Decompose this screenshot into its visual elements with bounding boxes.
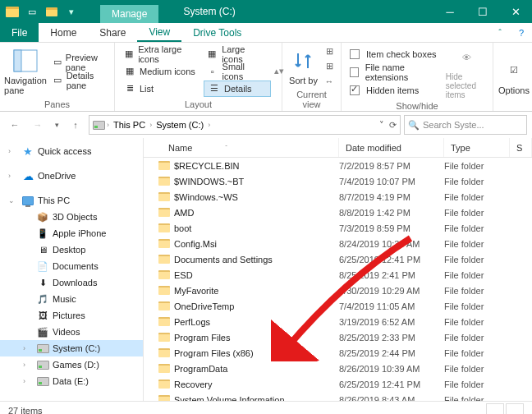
tab-share[interactable]: Share — [88, 23, 137, 42]
breadcrumb[interactable]: › This PC › System (C:) › ˅⟳ — [89, 115, 401, 135]
table-row[interactable]: ESD8/25/2019 2:41 PMFile folder — [144, 267, 532, 283]
details-view[interactable]: ☰Details — [204, 80, 271, 97]
view-details-btn[interactable] — [486, 403, 504, 415]
item-checkboxes-toggle[interactable]: Item check boxes — [346, 46, 443, 62]
hidden-items-toggle[interactable]: Hidden items — [346, 82, 443, 99]
small-icons[interactable]: ▫Small icons — [203, 63, 271, 80]
nav-onedrive[interactable]: ›☁OneDrive — [0, 168, 143, 184]
recent-dropdown[interactable]: ▾ — [51, 115, 62, 135]
folder-icon — [158, 192, 170, 201]
minimize-button[interactable]: ─ — [433, 0, 466, 23]
filename-ext-toggle[interactable]: File name extensions — [346, 64, 443, 80]
window-title: System (C:) — [183, 6, 235, 17]
item-count: 27 items — [8, 406, 43, 415]
context-tab-manage[interactable]: Manage — [100, 5, 158, 23]
table-row[interactable]: boot7/3/2019 8:59 PMFile folder — [144, 220, 532, 236]
table-row[interactable]: $WINDOWS.~BT7/4/2019 10:07 PMFile folder — [144, 173, 532, 189]
nav-item-downloads[interactable]: ⬇Downloads — [0, 274, 143, 291]
options-icon: ☑ — [501, 58, 527, 84]
nav-item-games-d-[interactable]: ›Games (D:) — [0, 356, 143, 373]
file-list[interactable]: $RECYCLE.BIN7/2/2019 8:57 PMFile folder$… — [144, 158, 532, 401]
svg-rect-1 — [14, 50, 21, 71]
details-pane-button[interactable]: ▭Details pane — [49, 72, 109, 89]
nav-item-3d-objects[interactable]: 📦3D Objects — [0, 209, 143, 225]
table-row[interactable]: Documents and Settings6/25/2019 12:41 PM… — [144, 251, 532, 267]
nav-thispc[interactable]: ⌄This PC — [0, 192, 143, 209]
tab-drive-tools[interactable]: Drive Tools — [181, 23, 253, 42]
add-columns-icon[interactable]: ⊞ — [323, 60, 336, 73]
options-button[interactable]: ☑ Options — [498, 44, 530, 108]
view-large-btn[interactable] — [506, 403, 524, 415]
forward-button[interactable]: → — [28, 115, 48, 135]
nav-icon: 🎵 — [36, 292, 49, 306]
size-columns-icon[interactable]: ↔ — [323, 75, 336, 88]
nav-icon: 🖥 — [36, 243, 49, 256]
nav-item-apple-iphone[interactable]: 📱Apple iPhone — [0, 225, 143, 242]
history-dropdown[interactable]: ˅ — [379, 120, 384, 131]
col-modified[interactable]: Date modified — [339, 138, 444, 157]
group-by-icon[interactable]: ⊞ — [323, 45, 336, 58]
star-icon: ★ — [21, 145, 34, 158]
refresh-button[interactable]: ⟳ — [389, 120, 397, 131]
navpane-icon — [12, 48, 39, 74]
tab-file[interactable]: File — [0, 23, 39, 42]
col-type[interactable]: Type — [444, 138, 510, 157]
search-icon: 🔍 — [408, 120, 420, 131]
back-button[interactable]: ← — [5, 115, 25, 135]
nav-icon — [36, 342, 49, 355]
help-button[interactable]: ? — [511, 23, 532, 43]
table-row[interactable]: ProgramData8/26/2019 10:39 AMFile folder — [144, 361, 532, 376]
ribbon: Navigation pane ▭Preview pane ▭Details p… — [0, 43, 532, 112]
col-name[interactable]: Nameˆ — [144, 138, 339, 157]
nav-network[interactable]: ⌄🖧Network — [0, 398, 143, 401]
qat-newfolder[interactable] — [43, 2, 61, 21]
qat-properties[interactable]: ▭ — [23, 2, 41, 21]
table-row[interactable]: PerfLogs3/19/2019 6:52 AMFile folder — [144, 314, 532, 329]
crumb-systemc[interactable]: System (C:) — [154, 120, 206, 130]
table-row[interactable]: Program Files (x86)8/25/2019 2:44 PMFile… — [144, 345, 532, 361]
nav-icon — [36, 375, 49, 388]
nav-item-data-e-[interactable]: ›Data (E:) — [0, 373, 143, 389]
tab-home[interactable]: Home — [39, 23, 88, 42]
table-row[interactable]: Program Files8/25/2019 2:33 PMFile folde… — [144, 329, 532, 345]
column-headers[interactable]: Nameˆ Date modified Type S — [144, 138, 532, 158]
nav-quick-access[interactable]: ›★Quick access — [0, 143, 143, 159]
nav-item-documents[interactable]: 📄Documents — [0, 258, 143, 274]
preview-icon: ▭ — [53, 56, 62, 69]
detailspane-icon: ▭ — [53, 74, 63, 87]
table-row[interactable]: AMD8/8/2019 1:42 PMFile folder — [144, 205, 532, 220]
folder-icon — [158, 239, 170, 248]
list-view[interactable]: ≣List — [120, 80, 202, 97]
nav-item-desktop[interactable]: 🖥Desktop — [0, 242, 143, 258]
sort-by-button[interactable]: Sort by — [287, 44, 319, 88]
col-size[interactable]: S — [510, 138, 532, 157]
nav-item-system-c-[interactable]: ›System (C:) — [0, 340, 143, 356]
navigation-pane-button[interactable]: Navigation pane — [5, 44, 46, 98]
table-row[interactable]: $RECYCLE.BIN7/2/2019 8:57 PMFile folder — [144, 158, 532, 173]
table-row[interactable]: MyFavorite6/30/2019 10:29 AMFile folder — [144, 283, 532, 298]
ribbon-collapse-button[interactable]: ˆ — [489, 23, 511, 43]
preview-pane-button[interactable]: ▭Preview pane — [49, 54, 109, 71]
up-button[interactable]: ↑ — [66, 115, 85, 135]
nav-item-music[interactable]: 🎵Music — [0, 291, 143, 307]
medium-icons[interactable]: ▦Medium icons — [120, 63, 201, 80]
drive-icon — [93, 121, 105, 130]
table-row[interactable]: OneDriveTemp7/4/2019 11:05 AMFile folder — [144, 298, 532, 314]
hide-selected-button[interactable]: 👁 Hide selected items — [446, 44, 488, 99]
close-button[interactable]: ✕ — [499, 0, 532, 23]
nav-item-pictures[interactable]: 🖼Pictures — [0, 307, 143, 324]
large-icons[interactable]: ▦Large icons — [202, 46, 271, 62]
nav-item-videos[interactable]: 🎬Videos — [0, 324, 143, 340]
folder-icon — [158, 177, 170, 186]
table-row[interactable]: Config.Msi8/24/2019 10:30 AMFile folder — [144, 236, 532, 251]
table-row[interactable]: $Windows.~WS8/7/2019 4:19 PMFile folder — [144, 189, 532, 205]
qat-customize[interactable]: ▾ — [62, 2, 80, 21]
tab-view[interactable]: View — [137, 23, 181, 42]
search-input[interactable]: 🔍Search Syste... — [404, 115, 527, 135]
table-row[interactable]: System Volume Information8/26/2019 8:43 … — [144, 392, 532, 401]
table-row[interactable]: Recovery6/25/2019 12:41 PMFile folder — [144, 376, 532, 392]
extra-large-icons[interactable]: ▦Extra large icons — [120, 46, 200, 62]
crumb-thispc[interactable]: This PC — [111, 120, 148, 130]
maximize-button[interactable]: ☐ — [466, 0, 499, 23]
nav-tree[interactable]: ›★Quick access ›☁OneDrive ⌄This PC 📦3D O… — [0, 138, 144, 401]
